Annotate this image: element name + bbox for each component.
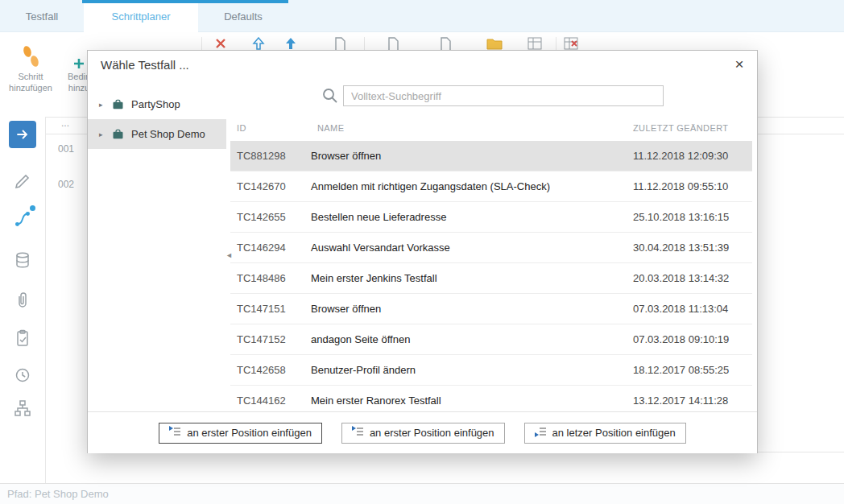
left-sidebar <box>0 117 46 483</box>
tree-item-pet-shop-demo[interactable]: ▸ Pet Shop Demo <box>88 119 226 149</box>
active-tab-accent-bar <box>82 0 288 3</box>
grid-column-header-ellipsis: ... <box>61 118 69 129</box>
column-header-id: ID <box>237 123 246 133</box>
checklist-icon[interactable] <box>0 328 45 348</box>
grid-row-number: 001 <box>58 143 74 155</box>
button-label: an erster Position einfügen <box>187 427 312 439</box>
grid-row-number: 002 <box>58 179 74 190</box>
cell-name: andagon Seite öffnen <box>311 333 633 345</box>
table-row[interactable]: TC142655 Bestellen neue Lieferadresse 25… <box>230 202 752 233</box>
insert-last-icon <box>535 426 547 440</box>
tree-item-label: PartyShop <box>131 98 180 110</box>
close-icon[interactable]: × <box>730 55 749 74</box>
cell-name: Benutzer-Profil ändern <box>311 364 633 376</box>
database-icon[interactable] <box>0 250 45 270</box>
toolbar-separator <box>201 37 202 50</box>
tree-item-label: Pet Shop Demo <box>131 128 205 140</box>
status-bar: Pfad: Pet Shop Demo <box>0 484 844 504</box>
briefcase-icon <box>111 98 125 111</box>
cell-id: TC142655 <box>230 211 311 223</box>
cell-id: TC881298 <box>230 150 311 162</box>
tab-defaults[interactable]: Defaults <box>198 0 288 32</box>
cell-id: TC146294 <box>230 242 311 254</box>
cell-name: Mein erster Ranorex Testfall <box>311 395 633 407</box>
search-icon <box>321 87 338 107</box>
table-row[interactable]: TC881298 Browser öffnen 11.12.2018 12:09… <box>230 141 752 171</box>
status-path-label: Pfad: Pet Shop Demo <box>7 488 109 500</box>
table-row[interactable]: TC147151 Browser öffnen 07.03.2018 11:13… <box>230 294 752 324</box>
insert-first-icon <box>169 426 181 440</box>
insert-first-position-button[interactable]: an erster Position einfügen <box>159 423 322 444</box>
choose-testcase-dialog: Wähle Testfall ... × ▸ PartyShop ▸ <box>87 50 758 453</box>
grid-header-line <box>46 134 87 134</box>
button-label: an erster Position einfügen <box>370 427 494 439</box>
insert-first-position-button-2[interactable]: an erster Position einfügen <box>341 423 505 444</box>
cell-modified: 20.03.2018 13:14:32 <box>633 272 752 284</box>
column-header-modified: ZULETZT GEÄNDERT <box>633 123 728 133</box>
cell-id: TC144162 <box>230 395 311 407</box>
button-label: an letzer Position einfügen <box>552 427 676 439</box>
table-row[interactable]: TC146294 Auswahl Versandart Vorkasse 30.… <box>230 233 752 263</box>
cell-id: TC147151 <box>230 303 311 315</box>
grid-bottom-line-right <box>758 452 844 452</box>
column-header-name: NAME <box>317 123 344 133</box>
tree-item-partyshop[interactable]: ▸ PartyShop <box>88 89 226 119</box>
briefcase-icon <box>111 128 125 141</box>
add-step-button[interactable]: Schritt hinzufügen <box>5 39 56 93</box>
cell-modified: 25.10.2018 13:16:15 <box>633 211 752 223</box>
table-row[interactable]: TC148486 Mein erster Jenkins Testfall 20… <box>230 263 752 294</box>
history-icon[interactable] <box>0 365 45 384</box>
insert-first-icon <box>352 426 364 440</box>
cell-name: Mein erster Jenkins Testfall <box>311 272 633 284</box>
tab-testfall[interactable]: Testfall <box>0 0 84 32</box>
cell-id: TC148486 <box>230 272 311 284</box>
cell-modified: 07.03.2018 09:10:19 <box>633 333 752 345</box>
dialog-footer: an erster Position einfügen an erster Po… <box>88 411 757 453</box>
table-row[interactable]: TC147152 andagon Seite öffnen 07.03.2018… <box>230 324 752 355</box>
notification-dot <box>30 205 35 211</box>
cell-modified: 18.12.2017 08:55:25 <box>633 364 752 376</box>
grid-header-line-right <box>758 134 844 134</box>
cell-modified: 11.12.2018 09:55:10 <box>633 180 752 192</box>
cell-modified: 11.12.2018 12:09:30 <box>633 150 752 162</box>
cell-name: Bestellen neue Lieferadresse <box>311 211 633 223</box>
cell-modified: 07.03.2018 11:13:04 <box>633 303 752 315</box>
run-button[interactable] <box>0 121 45 148</box>
cell-name: Browser öffnen <box>311 303 633 315</box>
search-input[interactable] <box>343 85 664 106</box>
edit-icon[interactable] <box>0 171 45 191</box>
attachment-icon[interactable] <box>0 291 45 310</box>
cell-name: Browser öffnen <box>311 150 633 162</box>
cell-id: TC142670 <box>230 180 311 192</box>
footsteps-icon <box>5 39 56 69</box>
tab-strip: Testfall Schrittplaner Defaults <box>0 0 844 32</box>
chevron-right-icon[interactable]: ▸ <box>99 101 107 109</box>
cell-modified: 30.04.2018 13:51:39 <box>633 242 752 254</box>
table-row[interactable]: TC142670 Anmelden mit richtigen Zugangsd… <box>230 171 752 202</box>
dialog-title: Wähle Testfall ... <box>101 58 189 72</box>
cell-modified: 13.12.2017 14:11:28 <box>633 395 752 407</box>
arrow-right-icon <box>9 121 36 148</box>
cell-name: Anmelden mit richtigen Zugangsdaten (SLA… <box>311 180 633 192</box>
sitemap-icon[interactable] <box>0 399 45 418</box>
insert-last-position-button[interactable]: an letzer Position einfügen <box>524 423 686 444</box>
project-tree: ▸ PartyShop ▸ Pet Shop Demo <box>88 89 226 149</box>
chevron-right-icon[interactable]: ▸ <box>99 130 107 138</box>
cell-id: TC142658 <box>230 364 311 376</box>
cell-name: Auswahl Versandart Vorkasse <box>311 242 633 254</box>
app-window: Testfall Schrittplaner Defaults Schritt … <box>0 0 844 504</box>
toolbar-separator <box>556 37 556 50</box>
add-step-label-line2: hinzufügen <box>5 82 56 93</box>
steps-planner-icon[interactable] <box>0 209 45 229</box>
testcase-table-body: TC881298 Browser öffnen 11.12.2018 12:09… <box>230 141 752 411</box>
cell-id: TC147152 <box>230 333 311 345</box>
table-row[interactable]: TC142658 Benutzer-Profil ändern 18.12.20… <box>230 355 752 386</box>
add-step-label-line1: Schritt <box>5 71 56 82</box>
tab-schrittplaner[interactable]: Schrittplaner <box>84 0 198 32</box>
table-row[interactable]: TC144162 Mein erster Ranorex Testfall 13… <box>230 386 752 411</box>
toolbar-separator <box>364 37 365 50</box>
